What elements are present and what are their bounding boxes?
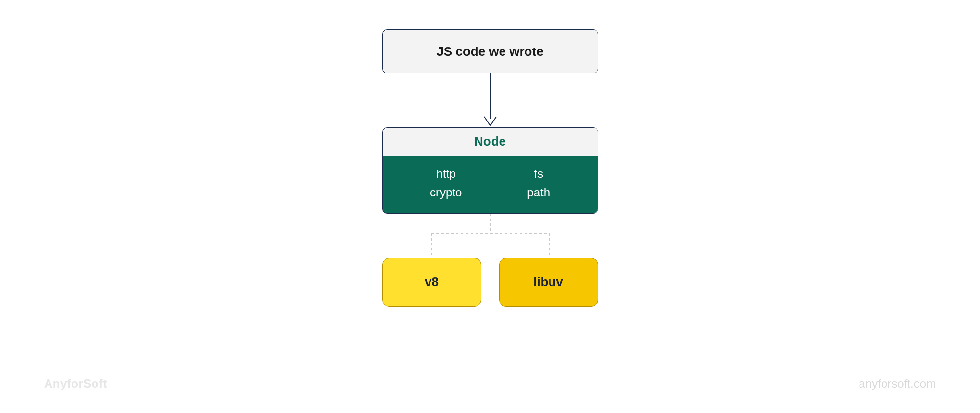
js-code-label: JS code we wrote — [436, 44, 543, 59]
node-modules-body: http crypto fs path — [383, 156, 598, 213]
v8-label: v8 — [425, 274, 439, 290]
architecture-diagram: JS code we wrote Node http crypto fs pat… — [363, 29, 618, 307]
node-module-path: path — [527, 183, 550, 202]
dashed-connector — [382, 214, 598, 258]
node-module-http: http — [436, 165, 456, 183]
node-module-fs: fs — [534, 165, 543, 183]
node-modules-col1: http crypto — [430, 165, 462, 202]
v8-box: v8 — [382, 258, 481, 307]
node-module-crypto: crypto — [430, 183, 462, 202]
libuv-label: libuv — [533, 274, 563, 290]
libuv-box: libuv — [499, 258, 598, 307]
js-code-box: JS code we wrote — [382, 29, 598, 73]
node-header-label: Node — [474, 134, 506, 148]
footer-url-label: anyforsoft.com — [859, 377, 936, 390]
node-header: Node — [383, 128, 598, 156]
footer-brand-label: AnyforSoft — [44, 377, 107, 390]
node-box: Node http crypto fs path — [382, 127, 598, 214]
node-modules-col2: fs path — [527, 165, 550, 202]
footer-brand: AnyforSoft — [44, 377, 107, 390]
footer-url: anyforsoft.com — [859, 377, 936, 390]
arrow-down-icon — [480, 73, 500, 127]
dependencies-row: v8 libuv — [382, 258, 598, 307]
